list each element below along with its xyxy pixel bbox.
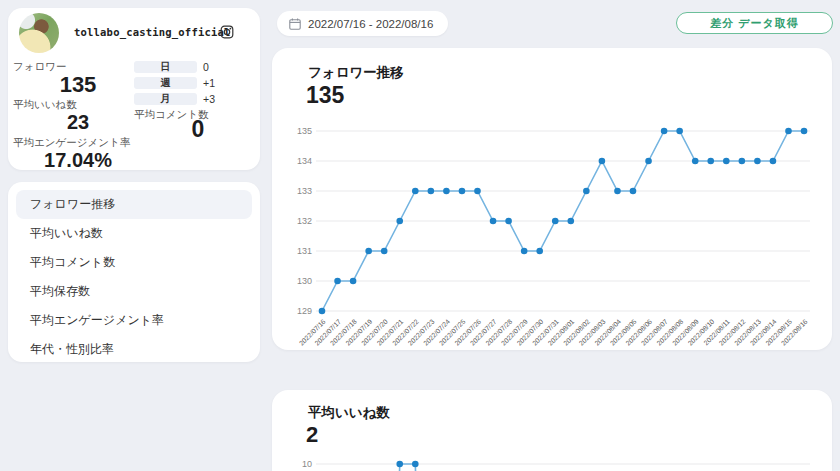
diff-table: 日 0 週 +1 月 +3 — [134, 61, 254, 109]
sidebar-item-5[interactable]: 年代・性別比率 — [16, 335, 252, 364]
svg-text:134: 134 — [297, 156, 312, 166]
profile-stat: フォロワー 135 — [13, 60, 143, 96]
likes-chart-title: 平均いいね数 — [308, 404, 390, 422]
date-range-picker[interactable]: 2022/07/16 - 2022/08/16 — [277, 11, 448, 36]
profile-stat: 平均いいね数 23 — [13, 98, 143, 134]
sidebar-item-label: 平均保存数 — [30, 283, 90, 300]
sidebar-item-0[interactable]: フォロワー推移 — [16, 190, 252, 219]
svg-text:130: 130 — [297, 276, 312, 286]
svg-text:131: 131 — [297, 246, 312, 256]
follower-chart-card: フォロワー推移 135 1351341331321311301292022/07… — [272, 48, 832, 350]
date-range-text: 2022/07/16 - 2022/08/16 — [308, 18, 433, 30]
avatar — [19, 13, 59, 53]
stat-value: 17.04% — [13, 149, 143, 172]
follower-current-value: 135 — [306, 82, 344, 109]
fetch-diff-button[interactable]: 差分 データ取得 — [676, 12, 833, 34]
likes-current-value: 2 — [306, 422, 318, 448]
avg-comments-value: 0 — [158, 116, 238, 143]
diff-row: 月 +3 — [134, 93, 254, 105]
diff-row: 週 +1 — [134, 77, 254, 89]
diff-row-value: +3 — [203, 93, 215, 105]
sidebar-item-1[interactable]: 平均いいね数 — [16, 219, 252, 248]
profile-card: tollabo_casting_official フォロワー 135 平均いいね… — [8, 8, 260, 170]
profile-stat: 平均エンゲージメント率 17.04% — [13, 136, 143, 172]
likes-chart-card: 平均いいね数 2 10 — [272, 390, 832, 471]
stat-label: 平均いいね数 — [13, 98, 143, 111]
stat-label: 平均エンゲージメント率 — [13, 136, 143, 149]
svg-text:135: 135 — [297, 126, 312, 136]
diff-row: 日 0 — [134, 61, 254, 73]
diff-row-label: 日 — [134, 61, 197, 73]
svg-text:133: 133 — [297, 186, 312, 196]
stat-value: 135 — [13, 73, 143, 96]
svg-text:132: 132 — [297, 216, 312, 226]
sidebar-item-4[interactable]: 平均エンゲージメント率 — [16, 306, 252, 335]
stat-value: 23 — [13, 111, 143, 134]
follower-chart-title: フォロワー推移 — [308, 64, 404, 82]
profile-stats: フォロワー 135 平均いいね数 23 平均エンゲージメント率 17.04% — [13, 60, 143, 174]
likes-line-chart[interactable]: 10 — [272, 454, 832, 471]
diff-row-value: +1 — [203, 77, 215, 89]
sidebar-item-2[interactable]: 平均コメント数 — [16, 248, 252, 277]
profile-username: tollabo_casting_official — [74, 26, 231, 38]
sidebar-item-label: 年代・性別比率 — [30, 341, 114, 358]
diff-row-value: 0 — [203, 61, 209, 73]
sidebar-item-label: 平均コメント数 — [30, 254, 115, 271]
follower-line-chart[interactable]: 1351341331321311301292022/07/162022/07/1… — [272, 126, 832, 350]
sidebar-item-label: 平均エンゲージメント率 — [30, 312, 164, 329]
sidebar-item-label: フォロワー推移 — [30, 196, 115, 213]
sidebar-item-3[interactable]: 平均保存数 — [16, 277, 252, 306]
sidebar-menu: フォロワー推移 平均いいね数 平均コメント数 平均保存数 平均エンゲージメント率… — [8, 182, 260, 362]
svg-text:129: 129 — [297, 306, 312, 316]
svg-text:10: 10 — [302, 459, 312, 469]
diff-row-label: 月 — [134, 93, 197, 105]
diff-row-label: 週 — [134, 77, 197, 89]
calendar-icon — [289, 18, 301, 30]
sidebar-item-label: 平均いいね数 — [30, 225, 103, 242]
instagram-icon — [220, 25, 234, 39]
